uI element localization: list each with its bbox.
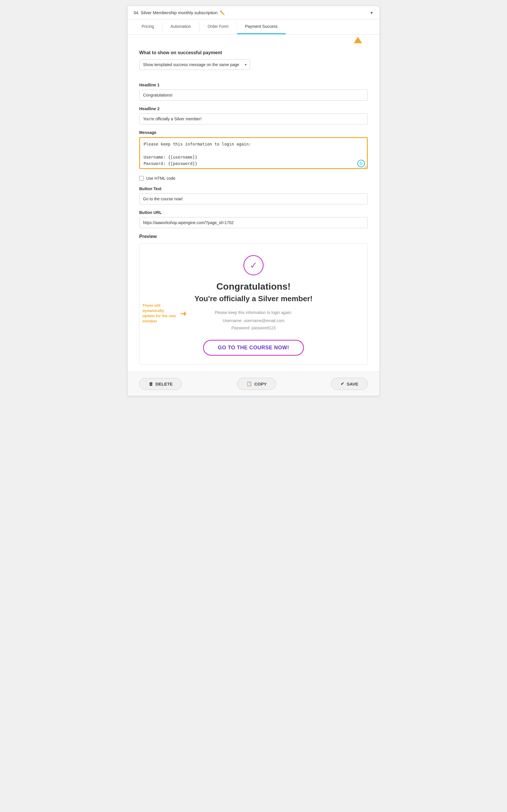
preview-box: ✓ Congratulations! You're officially a S… bbox=[139, 243, 368, 365]
top-bar: 34. Silver Membership monthly subscripti… bbox=[128, 6, 379, 19]
main-content: What to show on successful payment Show … bbox=[128, 43, 379, 372]
use-html-label: Use HTML code bbox=[146, 176, 175, 181]
tab-payment-success[interactable]: Payment Success bbox=[237, 19, 286, 34]
top-dropdown-icon[interactable]: ▼ bbox=[370, 10, 374, 15]
preview-label: Preview bbox=[139, 234, 368, 239]
page-title: 34. Silver Membership monthly subscripti… bbox=[133, 10, 225, 15]
save-button[interactable]: ✔ SAVE bbox=[331, 378, 368, 390]
headline1-input[interactable] bbox=[139, 89, 368, 101]
tabs-container: Pricing Automation Order Form Payment Su… bbox=[128, 19, 379, 35]
tab-order-form[interactable]: Order Form bbox=[200, 19, 237, 34]
success-circle: ✓ bbox=[243, 255, 264, 275]
preview-username: Username: username@email.com bbox=[223, 318, 285, 323]
message-textarea[interactable]: Please keep this information to login ag… bbox=[139, 137, 368, 169]
message-label: Message bbox=[139, 130, 368, 135]
button-url-label: Button URL bbox=[139, 210, 368, 215]
button-text-label: Button Text bbox=[139, 186, 368, 191]
button-text-section: Button Text bbox=[139, 186, 368, 204]
annotation-text: These will dynamically update for the ne… bbox=[143, 303, 177, 324]
headline2-section: Headline 2 bbox=[139, 106, 368, 124]
up-arrow-icon bbox=[354, 37, 362, 43]
preview-headline1: Congratulations! bbox=[148, 281, 359, 292]
button-url-input[interactable] bbox=[139, 217, 368, 228]
tab-automation[interactable]: Automation bbox=[162, 19, 199, 34]
refresh-icon[interactable]: ↻ bbox=[357, 160, 365, 167]
preview-headline2: You're officially a Silver member! bbox=[148, 294, 359, 303]
checkmark-icon: ✓ bbox=[250, 261, 258, 270]
annotation-container: These will dynamically update for the ne… bbox=[143, 303, 187, 324]
headline1-label: Headline 1 bbox=[139, 83, 368, 87]
action-bar: 🗑 DELETE 📋 COPY ✔ SAVE bbox=[128, 372, 379, 396]
message-section: Message Please keep this information to … bbox=[139, 130, 368, 170]
delete-button[interactable]: 🗑 DELETE bbox=[139, 378, 182, 390]
preview-section: Preview ✓ Congratulations! You're offici… bbox=[139, 234, 368, 365]
show-dropdown-wrapper: Show templated success message on the sa… bbox=[139, 59, 250, 70]
message-textarea-wrapper: Please keep this information to login ag… bbox=[139, 137, 368, 170]
button-text-input[interactable] bbox=[139, 193, 368, 204]
use-html-checkbox[interactable] bbox=[139, 176, 144, 181]
edit-icon[interactable]: ✏️ bbox=[220, 10, 225, 15]
arrow-indicator bbox=[128, 37, 379, 43]
title-text: 34. Silver Membership monthly subscripti… bbox=[133, 10, 218, 15]
headline2-label: Headline 2 bbox=[139, 106, 368, 111]
page-container: 34. Silver Membership monthly subscripti… bbox=[127, 6, 380, 396]
show-dropdown[interactable]: Show templated success message on the sa… bbox=[139, 59, 250, 70]
headline2-input[interactable] bbox=[139, 113, 368, 124]
annotation-arrow-icon: ➜ bbox=[180, 309, 187, 318]
delete-icon: 🗑 bbox=[149, 381, 153, 386]
save-icon: ✔ bbox=[340, 381, 344, 386]
tab-pricing[interactable]: Pricing bbox=[133, 19, 162, 34]
what-to-show-label: What to show on successful payment bbox=[139, 50, 368, 55]
preview-password: Password: password123 bbox=[231, 325, 276, 330]
show-on-payment-section: What to show on successful payment Show … bbox=[139, 50, 368, 77]
cta-button[interactable]: GO TO THE COURSE NOW! bbox=[203, 340, 304, 356]
button-url-section: Button URL bbox=[139, 210, 368, 228]
use-html-row: Use HTML code bbox=[139, 176, 368, 181]
copy-icon: 📋 bbox=[246, 381, 252, 386]
copy-button[interactable]: 📋 COPY bbox=[237, 378, 276, 390]
headline1-section: Headline 1 bbox=[139, 83, 368, 101]
